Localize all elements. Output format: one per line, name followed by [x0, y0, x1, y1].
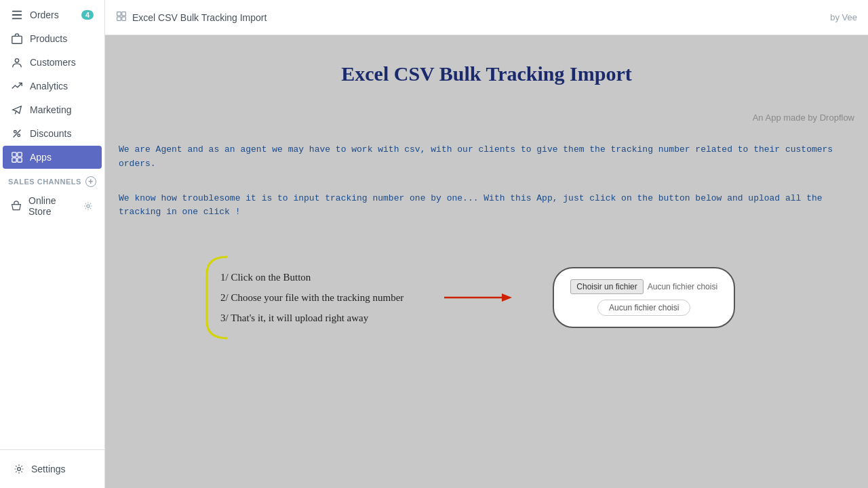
marketing-icon — [11, 104, 23, 116]
svg-rect-10 — [12, 158, 16, 162]
app-title: Excel CSV Bulk Tracking Import — [119, 62, 854, 85]
red-arrow-svg — [444, 289, 512, 306]
add-sales-channel-button[interactable]: + — [85, 176, 96, 187]
file-input-row: Choisir un fichier Aucun fichier choisi — [570, 279, 717, 294]
main-wrapper: Excel CSV Bulk Tracking Import by Vee Ex… — [105, 0, 868, 488]
store-icon — [11, 201, 22, 211]
sidebar-label-orders: Orders — [30, 9, 59, 20]
sidebar-item-analytics[interactable]: Analytics — [3, 75, 102, 98]
choose-file-button[interactable]: Choisir un fichier — [570, 279, 643, 294]
instruction-1: 1/ Click on the Button — [220, 267, 403, 287]
sidebar-label-analytics: Analytics — [30, 81, 68, 92]
sidebar-item-products[interactable]: Products — [3, 27, 102, 50]
bracket-svg — [200, 253, 234, 342]
sidebar-label-products: Products — [30, 33, 67, 44]
description-block-2: We know how troublesome it is to input t… — [119, 192, 854, 220]
svg-rect-11 — [18, 158, 22, 162]
arrow-area — [444, 289, 512, 306]
online-store-settings-icon[interactable] — [83, 201, 94, 211]
svg-point-6 — [18, 134, 20, 137]
sidebar-item-marketing[interactable]: Marketing — [3, 98, 102, 121]
svg-rect-9 — [18, 152, 22, 157]
settings-icon — [14, 464, 24, 474]
svg-marker-19 — [502, 293, 512, 302]
sidebar-item-customers[interactable]: Customers — [3, 51, 102, 74]
sidebar-item-settings[interactable]: Settings — [5, 459, 99, 479]
no-file-chosen-box: Aucun fichier choisi — [597, 300, 690, 316]
online-store-label: Online Store — [28, 195, 76, 217]
svg-rect-2 — [12, 18, 22, 20]
svg-point-5 — [14, 131, 17, 134]
svg-rect-3 — [12, 36, 22, 43]
settings-label: Settings — [31, 464, 66, 474]
file-upload-box: Choisir un fichier Aucun fichier choisi … — [553, 267, 735, 328]
description-text-2: We know how troublesome it is to input t… — [119, 192, 854, 220]
orders-badge: 4 — [81, 10, 94, 20]
svg-rect-8 — [12, 152, 16, 157]
svg-point-4 — [15, 59, 18, 62]
svg-rect-14 — [117, 12, 121, 16]
app-subtitle: An App made by Dropflow — [119, 113, 854, 123]
svg-rect-1 — [12, 14, 22, 16]
sidebar-label-customers: Customers — [30, 57, 76, 68]
sidebar-item-online-store[interactable]: Online Store — [3, 190, 102, 222]
sidebar-label-marketing: Marketing — [30, 104, 71, 115]
products-icon — [11, 33, 23, 45]
sidebar-item-apps[interactable]: Apps — [3, 146, 102, 169]
svg-point-13 — [18, 468, 21, 471]
sidebar-bottom: Settings — [0, 449, 104, 488]
main-content: Excel CSV Bulk Tracking Import An App ma… — [105, 35, 868, 488]
sales-channels-section: SALES CHANNELS + — [0, 169, 104, 190]
topbar-by: by Vee — [830, 12, 857, 22]
description-text-1: We are Agent and as an agent we may have… — [119, 143, 854, 171]
instruction-2: 2/ Choose your file with the tracking nu… — [220, 287, 403, 308]
sidebar-item-orders[interactable]: Orders 4 — [3, 3, 102, 26]
svg-rect-17 — [122, 17, 126, 21]
apps-icon — [11, 151, 23, 163]
instructions-area: 1/ Click on the Button 2/ Choose your fi… — [119, 253, 854, 342]
topbar-title: Excel CSV Bulk Tracking Import — [132, 12, 267, 23]
svg-point-12 — [87, 205, 90, 207]
topbar: Excel CSV Bulk Tracking Import by Vee — [105, 0, 868, 35]
sidebar-label-apps: Apps — [30, 152, 52, 163]
svg-rect-16 — [117, 17, 121, 21]
sidebar-item-discounts[interactable]: Discounts — [3, 122, 102, 145]
sidebar-label-discounts: Discounts — [30, 128, 71, 139]
orders-icon — [11, 9, 23, 21]
analytics-icon — [11, 80, 23, 92]
instructions-list: 1/ Click on the Button 2/ Choose your fi… — [220, 267, 403, 328]
customers-icon — [11, 56, 23, 68]
topbar-app-icon — [116, 11, 127, 24]
instructions-bracket: 1/ Click on the Button 2/ Choose your fi… — [200, 253, 403, 342]
sidebar-nav: Orders 4 Products Customers Analytics — [0, 0, 104, 449]
description-block-1: We are Agent and as an agent we may have… — [119, 143, 854, 171]
discounts-icon — [11, 127, 23, 140]
instruction-3: 3/ That's it, it will upload right away — [220, 308, 403, 328]
app-body: Excel CSV Bulk Tracking Import An App ma… — [105, 35, 868, 488]
sales-channels-label: SALES CHANNELS — [8, 178, 81, 186]
sidebar: Orders 4 Products Customers Analytics — [0, 0, 105, 488]
svg-rect-15 — [122, 12, 126, 16]
svg-rect-0 — [12, 11, 22, 12]
no-file-text: Aucun fichier choisi — [648, 282, 717, 291]
